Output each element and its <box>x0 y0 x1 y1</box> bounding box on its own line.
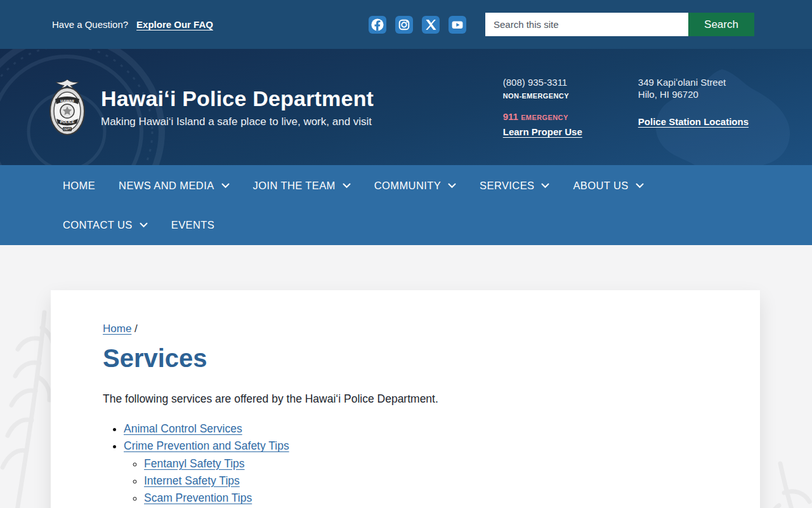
question-text: Have a Question? <box>52 19 128 30</box>
x-icon[interactable] <box>422 16 440 34</box>
list-item: Scam Prevention Tips <box>144 490 708 507</box>
list-item: Fentanyl Safety Tips <box>144 455 708 472</box>
chevron-down-icon <box>140 222 148 228</box>
breadcrumb: Home / <box>103 323 708 335</box>
address-block: 349 Kapiʻolani Street Hilo, HI 96720 Pol… <box>638 76 749 138</box>
faq-link[interactable]: Explore Our FAQ <box>136 19 213 30</box>
emergency-line: 911 EMERGENCY <box>503 110 582 124</box>
faq-prompt: Have a Question? Explore Our FAQ <box>52 19 213 30</box>
nav-item-services[interactable]: SERVICES <box>480 180 549 192</box>
brand-text: Hawaiʻi Police Department Making Hawaiʻi… <box>101 86 374 128</box>
internet-safety-tips-link[interactable]: Internet Safety Tips <box>144 474 240 487</box>
intro-text: The following services are offered by th… <box>103 392 708 406</box>
address-line1: 349 Kapiʻolani Street <box>638 76 749 88</box>
brand: HAWAII POLICE DEPT Hawaiʻi Police Depart… <box>48 78 374 137</box>
site-header: HAWAII POLICE DEPT Hawaiʻi Police Depart… <box>0 49 812 165</box>
scam-prevention-tips-link[interactable]: Scam Prevention Tips <box>144 491 252 504</box>
svg-text:HAWAII: HAWAII <box>60 98 74 102</box>
emergency-label: EMERGENCY <box>521 114 568 121</box>
breadcrumb-home-link[interactable]: Home <box>103 323 131 335</box>
nav-item-news-and-media[interactable]: NEWS AND MEDIA <box>119 180 229 192</box>
phone-block: (808) 935-3311 NON-EMERGENCY 911 EMERGEN… <box>503 76 582 138</box>
header-contact: (808) 935-3311 NON-EMERGENCY 911 EMERGEN… <box>503 76 749 138</box>
instagram-icon[interactable] <box>395 16 413 34</box>
svg-text:POLICE: POLICE <box>60 119 74 123</box>
main-content-area: Home / Services The following services a… <box>0 245 812 507</box>
nav-item-join-the-team[interactable]: JOIN THE TEAM <box>253 180 351 192</box>
chevron-down-icon <box>636 183 644 189</box>
nav-row-1: HOME NEWS AND MEDIA JOIN THE TEAM COMMUN… <box>0 166 812 205</box>
social-links <box>369 16 466 34</box>
top-utility-bar: Have a Question? Explore Our FAQ <box>0 0 812 49</box>
crime-prevention-sublist: Fentanyl Safety Tips Internet Safety Tip… <box>124 455 708 507</box>
nav-item-about-us[interactable]: ABOUT US <box>573 180 643 192</box>
site-search: Search <box>485 13 754 36</box>
nav-item-community[interactable]: COMMUNITY <box>374 180 456 192</box>
animal-control-services-link[interactable]: Animal Control Services <box>124 422 242 435</box>
nav-item-events[interactable]: EVENTS <box>171 219 214 231</box>
breadcrumb-separator: / <box>134 323 138 335</box>
services-list: Animal Control Services Crime Prevention… <box>103 420 708 507</box>
fern-watermark-icon <box>761 461 812 508</box>
site-title: Hawaiʻi Police Department <box>101 86 374 111</box>
address-line2: Hilo, HI 96720 <box>638 88 749 100</box>
list-item: Crime Prevention and Safety Tips Fentany… <box>124 438 708 507</box>
nav-row-2: CONTACT US EVENTS <box>0 205 812 244</box>
content-card: Home / Services The following services a… <box>51 290 760 508</box>
nav-item-contact-us[interactable]: CONTACT US <box>63 219 148 231</box>
site-tagline: Making Hawaiʻi Island a safe place to li… <box>101 116 374 128</box>
search-button[interactable]: Search <box>688 13 754 36</box>
page-title: Services <box>103 344 708 373</box>
search-input[interactable] <box>485 13 688 36</box>
phone-label: NON-EMERGENCY <box>503 90 582 102</box>
emergency-number: 911 <box>503 111 518 122</box>
facebook-icon[interactable] <box>369 16 386 34</box>
station-locations-link[interactable]: Police Station Locations <box>638 116 749 128</box>
nav-item-home[interactable]: HOME <box>63 180 95 192</box>
list-item: Animal Control Services <box>124 420 708 438</box>
svg-text:DEPT: DEPT <box>63 128 71 131</box>
chevron-down-icon <box>221 183 230 189</box>
chevron-down-icon <box>541 183 549 189</box>
chevron-down-icon <box>448 183 456 189</box>
main-navigation: HOME NEWS AND MEDIA JOIN THE TEAM COMMUN… <box>0 165 812 245</box>
learn-proper-use-link[interactable]: Learn Proper Use <box>503 126 582 138</box>
youtube-icon[interactable] <box>449 16 466 34</box>
hpd-badge-logo: HAWAII POLICE DEPT <box>48 78 87 137</box>
list-item: Internet Safety Tips <box>144 472 708 490</box>
fentanyl-safety-tips-link[interactable]: Fentanyl Safety Tips <box>144 457 245 470</box>
crime-prevention-link[interactable]: Crime Prevention and Safety Tips <box>124 439 289 452</box>
phone-number: (808) 935-3311 <box>503 76 582 88</box>
topbar-actions: Search <box>369 13 754 36</box>
chevron-down-icon <box>343 183 351 189</box>
